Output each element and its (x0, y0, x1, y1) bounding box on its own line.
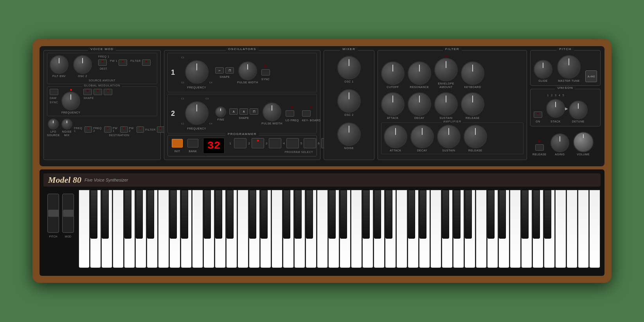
key-black[interactable] (544, 190, 551, 239)
key-black[interactable] (283, 190, 290, 239)
lfo-shape-btn3[interactable] (104, 89, 112, 95)
filter-dest-btn[interactable] (157, 126, 164, 133)
key-black[interactable] (453, 190, 461, 239)
key-black[interactable] (249, 190, 256, 239)
key-black[interactable] (215, 190, 222, 239)
osc2-pw-knob[interactable] (263, 103, 281, 121)
detune-knob[interactable] (569, 101, 588, 119)
key-black[interactable] (261, 190, 268, 239)
mod-wheel[interactable] (62, 194, 74, 233)
env-amount-knob[interactable] (434, 58, 458, 81)
osc2-fine-knob[interactable] (215, 106, 226, 117)
volume-knob[interactable] (573, 132, 594, 152)
key-w[interactable] (589, 190, 600, 268)
prog-btn-5[interactable] (304, 138, 316, 148)
key-w[interactable] (578, 190, 589, 268)
key-black[interactable] (136, 190, 143, 239)
osc2-knob[interactable] (73, 55, 92, 74)
key-w[interactable] (351, 190, 362, 268)
pw2-dest-btn[interactable] (137, 126, 144, 133)
osc2-mixer-knob[interactable] (337, 89, 361, 113)
prog-btn-3[interactable] (269, 138, 281, 148)
lfo-shape-btn2[interactable] (94, 89, 102, 95)
osc2-shape-btn3[interactable]: ⊓ (250, 108, 258, 115)
osc1-shape-btn1[interactable]: ⌐ (215, 67, 224, 74)
key-w[interactable] (237, 190, 248, 268)
key-black[interactable] (102, 190, 109, 239)
aging-knob[interactable] (550, 133, 569, 152)
glide-knob[interactable] (534, 60, 552, 79)
noise-mixer-knob[interactable] (337, 122, 361, 146)
daw-sync-btn[interactable] (50, 89, 58, 95)
noise-mix-ctrl[interactable] (61, 119, 72, 130)
key-black[interactable] (181, 190, 188, 239)
osc2-shape-btn2[interactable]: ∧ (239, 108, 248, 115)
key-black[interactable] (124, 190, 131, 239)
osc1-sync-btn[interactable] (261, 69, 270, 76)
filter-release-knob[interactable] (461, 92, 484, 116)
key-black[interactable] (170, 190, 177, 239)
key-black[interactable] (363, 190, 370, 239)
key-black[interactable] (442, 190, 449, 239)
key-w[interactable] (272, 190, 282, 268)
key-black[interactable] (533, 190, 540, 239)
freq1-dest-btn[interactable] (85, 126, 92, 133)
resonance-knob[interactable] (408, 61, 431, 85)
osc1-mixer-knob[interactable] (337, 56, 361, 79)
amp-release-extra-btn[interactable] (535, 144, 544, 151)
osc2-freq-knob[interactable] (185, 101, 209, 125)
key-black[interactable] (374, 190, 381, 239)
key-w[interactable] (113, 190, 124, 268)
init-btn[interactable] (172, 139, 183, 148)
osc1-freq-knob[interactable] (185, 60, 209, 84)
lfo-shape-btn1[interactable] (83, 89, 92, 95)
filt-env-knob[interactable] (50, 55, 68, 74)
filter-attack-knob[interactable] (381, 92, 405, 116)
key-black[interactable] (329, 190, 336, 239)
filter-sustain-knob[interactable] (434, 92, 458, 116)
key-black[interactable] (295, 190, 302, 239)
stack-knob[interactable] (546, 99, 565, 118)
key-black[interactable] (487, 190, 495, 239)
master-tune-knob[interactable] (557, 55, 581, 79)
key-w[interactable] (567, 190, 577, 268)
key-w[interactable] (555, 190, 566, 268)
prog-btn-1[interactable] (234, 138, 246, 148)
key-black[interactable] (385, 190, 392, 239)
amp-release-knob[interactable] (464, 125, 487, 148)
amp-attack-knob[interactable] (384, 125, 407, 148)
osc2-shape-btn1[interactable]: ∧ (229, 108, 238, 115)
key-black[interactable] (522, 190, 529, 239)
key-w[interactable] (430, 190, 441, 268)
key-w[interactable] (317, 190, 328, 268)
lfo-freq-knob[interactable] (61, 92, 80, 110)
osc2-lofreq-btn[interactable] (286, 110, 294, 117)
key-black[interactable] (465, 190, 472, 239)
key-black[interactable] (204, 190, 211, 239)
freq2-dest-btn[interactable] (104, 126, 112, 133)
osc1-pw-knob[interactable] (238, 61, 257, 80)
osc2-keyboard-btn[interactable] (302, 110, 311, 117)
key-black[interactable] (306, 190, 313, 239)
filter-keyboard-knob[interactable] (461, 61, 484, 85)
key-w[interactable] (158, 190, 169, 268)
key-w[interactable] (79, 190, 90, 268)
cutoff-knob[interactable] (381, 61, 405, 85)
pitch-wheel[interactable] (47, 194, 59, 233)
pw1-dest-btn[interactable] (120, 126, 128, 133)
amp-decay-knob[interactable] (410, 125, 434, 148)
key-black[interactable] (147, 190, 154, 239)
prog-btn-4[interactable] (286, 138, 299, 148)
key-w[interactable] (510, 190, 521, 268)
bank-btn[interactable] (187, 139, 198, 148)
key-w[interactable] (192, 190, 203, 268)
filter-vm-btn[interactable] (142, 59, 151, 66)
pw1-btn[interactable] (119, 59, 127, 66)
key-black[interactable] (408, 190, 415, 239)
key-black[interactable] (419, 190, 426, 239)
piano-keys[interactable]: // We'll use inline generation (79, 190, 601, 268)
key-w[interactable] (396, 190, 407, 268)
key-black[interactable] (227, 190, 234, 239)
lfo-source-ctrl[interactable] (48, 119, 59, 130)
a440-btn[interactable]: A-440 (585, 70, 597, 82)
